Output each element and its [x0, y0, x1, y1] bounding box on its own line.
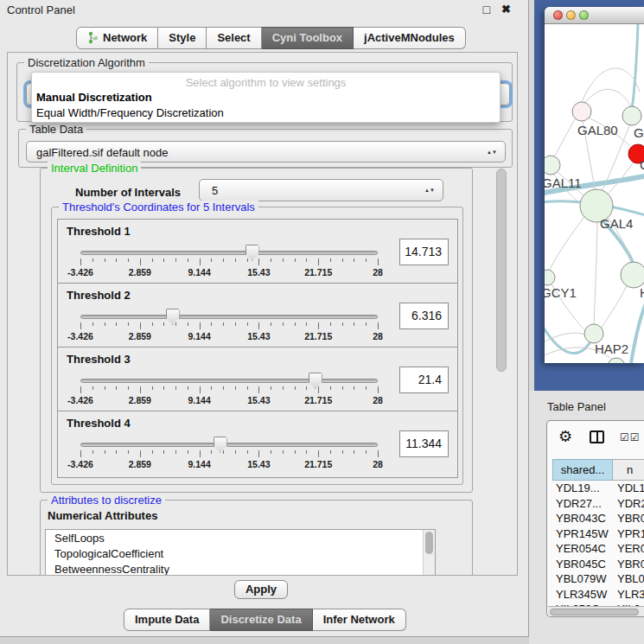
threshold-4-label: Threshold 4	[67, 417, 131, 430]
thresholds-coordinates-group: Threshold's Coordinates for 5 Intervals …	[51, 207, 463, 485]
slider-tick-labels: -3.4262.8599.14415.4321.71528	[80, 331, 378, 341]
number-of-intervals-label: Number of Intervals	[75, 186, 181, 199]
dropdown-option-equal-width[interactable]: Equal Width/Frequency Discretization	[36, 106, 224, 119]
slider-ticks	[80, 386, 378, 394]
thresholds-coordinates-label: Threshold's Coordinates for 5 Intervals	[59, 201, 258, 214]
slider-tick-labels: -3.4262.8599.14415.4321.71528	[80, 459, 378, 469]
tab-network[interactable]: Network	[76, 27, 158, 49]
slider-track[interactable]	[80, 315, 378, 319]
node-h[interactable]	[621, 262, 644, 288]
column-header-name[interactable]: n	[613, 459, 644, 481]
threshold-1-value[interactable]: 14.713	[399, 239, 449, 265]
network-graph: GAL80 GA C GAL11 GAL4 GCY1 H HAP2	[545, 24, 644, 363]
table-row[interactable]: YBL079WYBL0	[552, 572, 644, 588]
node-label: H	[640, 285, 644, 300]
close-icon[interactable]: ✖	[501, 3, 511, 16]
tab-select[interactable]: Select	[207, 27, 261, 49]
settings-vertical-scrollbar[interactable]	[495, 162, 507, 568]
network-canvas[interactable]: GAL80 GA C GAL11 GAL4 GCY1 H HAP2	[545, 24, 644, 363]
attributes-list-scrollbar[interactable]	[423, 530, 435, 576]
threshold-4-value[interactable]: 11.344	[399, 430, 449, 457]
threshold-3-slider[interactable]: -3.4262.8599.14415.4321.71528	[80, 372, 378, 408]
tab-impute-data[interactable]: Impute Data	[124, 609, 210, 631]
scrollbar-thumb[interactable]	[496, 169, 507, 372]
attributes-group: Attributes to discretize Numerical Attri…	[40, 500, 473, 576]
attributes-group-label: Attributes to discretize	[48, 494, 165, 507]
checkbox-filter-icon[interactable]: ☑☑	[620, 431, 641, 443]
node-top-right[interactable]	[622, 106, 641, 125]
threshold-3-label: Threshold 3	[67, 353, 131, 366]
apply-button[interactable]: Apply	[234, 580, 288, 599]
float-window-icon[interactable]: □	[483, 3, 490, 16]
threshold-4-slider[interactable]: -3.4262.8599.14415.4321.71528	[80, 436, 378, 472]
slider-track[interactable]	[80, 379, 378, 383]
network-window-titlebar[interactable]	[545, 7, 644, 24]
desktop-background: GAL80 GA C GAL11 GAL4 GCY1 H HAP2	[534, 0, 644, 391]
list-item[interactable]: BetweennessCentrality	[46, 561, 435, 576]
tab-discretize-data[interactable]: Discretize Data	[210, 609, 312, 631]
dropdown-hint: Select algorithm to view settings	[32, 76, 500, 89]
node-label: GCY1	[545, 285, 577, 300]
gear-icon[interactable]: ⚙	[558, 427, 572, 446]
slider-track[interactable]	[80, 443, 378, 447]
slider-ticks	[80, 322, 378, 330]
zoom-traffic-light-icon[interactable]	[579, 10, 589, 20]
scrollbar-thumb[interactable]	[425, 532, 433, 554]
table-row[interactable]: YDR27...YDR2	[552, 497, 644, 513]
table-row[interactable]: YBR043CYBR0	[552, 512, 644, 527]
threshold-2-slider[interactable]: -3.4262.8599.14415.4321.71528	[80, 308, 378, 344]
tab-style[interactable]: Style	[158, 27, 207, 49]
threshold-2-row: Threshold 2 -3.4262.8599.14415.4321.7152…	[58, 284, 457, 348]
panel-title: Control Panel	[7, 3, 75, 16]
table-row[interactable]: YBR045CYBR0	[552, 558, 644, 573]
node-gal80[interactable]	[572, 102, 591, 121]
threshold-1-slider[interactable]: -3.4262.8599.14415.4321.71528	[80, 244, 378, 280]
table-panel-title: Table Panel	[547, 400, 606, 413]
numerical-attributes-label: Numerical Attributes	[48, 509, 157, 522]
stepper-icon: ▲▼	[424, 188, 435, 193]
columns-icon[interactable]	[590, 430, 604, 443]
list-item[interactable]: TopologicalCoefficient	[46, 545, 435, 561]
right-region: GAL80 GA C GAL11 GAL4 GCY1 H HAP2 Table …	[529, 0, 644, 644]
threshold-3-value[interactable]: 21.4	[399, 367, 449, 393]
node-gcy1[interactable]	[545, 270, 555, 285]
table-row[interactable]: YDL19...YDL1	[552, 481, 644, 497]
numerical-attributes-list[interactable]: SelfLoops TopologicalCoefficient Between…	[45, 529, 436, 576]
minimize-traffic-light-icon[interactable]	[566, 10, 576, 20]
table-horizontal-scrollbar[interactable]	[548, 606, 644, 616]
table-row[interactable]: YLR345WYLR3	[552, 588, 644, 603]
column-header-shared[interactable]: shared...	[552, 459, 613, 481]
table-row[interactable]: YPR145WYPR1	[552, 527, 644, 543]
bottom-tab-bar: Impute Data Discretize Data Infer Networ…	[124, 609, 406, 631]
stepper-icon: ▲▼	[487, 150, 497, 154]
network-nodes[interactable]	[545, 102, 644, 363]
node-gal11[interactable]	[545, 156, 560, 175]
table-row[interactable]: YER054CYER0	[552, 542, 644, 558]
tab-cyni-toolbox[interactable]: Cyni Toolbox	[262, 27, 354, 49]
scrollbar-thumb[interactable]	[550, 609, 639, 615]
number-of-intervals-value: 5	[212, 184, 218, 197]
threshold-3-row: Threshold 3 -3.4262.8599.14415.4321.7152…	[58, 348, 457, 411]
threshold-2-value[interactable]: 6.316	[399, 303, 449, 329]
table-panel: Table Panel ⚙ ☑☑ shared... n YDL19...YDL…	[529, 391, 644, 644]
network-icon	[87, 31, 99, 44]
table-data-combobox[interactable]: galFiltered.sif default node ▲▼	[26, 141, 506, 163]
control-panel-titlebar: Control Panel □ ✖	[0, 0, 528, 21]
tab-infer-network[interactable]: Infer Network	[313, 609, 406, 631]
slider-track[interactable]	[80, 251, 378, 255]
node-hap2[interactable]	[584, 324, 603, 343]
table-body: YDL19...YDL1 YDR27...YDR2 YBR043CYBR0 YP…	[552, 481, 644, 607]
threshold-4-row: Threshold 4 -3.4262.8599.14415.4321.7152…	[58, 411, 457, 475]
node-label: GAL4	[600, 216, 633, 231]
list-item[interactable]: SelfLoops	[46, 530, 435, 545]
control-panel-window: Control Panel □ ✖ Network Style Select C…	[0, 0, 529, 637]
interval-definition-label: Interval Definition	[48, 162, 141, 175]
number-of-intervals-combobox[interactable]: 5 ▲▼	[199, 179, 443, 201]
dropdown-option-manual[interactable]: Manual Discretization	[36, 91, 152, 104]
node-label: GA	[634, 125, 644, 140]
slider-tick-labels: -3.4262.8599.14415.4321.71528	[80, 267, 378, 277]
close-traffic-light-icon[interactable]	[553, 10, 563, 20]
tab-jactivemnodules[interactable]: jActiveMNodules	[354, 27, 466, 49]
interval-definition-group: Interval Definition Number of Intervals …	[40, 168, 473, 493]
node-label: C	[640, 157, 644, 172]
